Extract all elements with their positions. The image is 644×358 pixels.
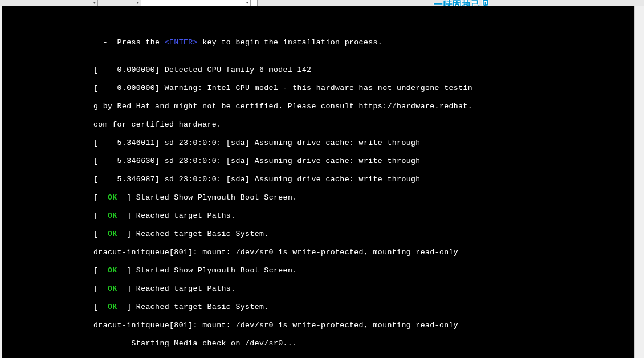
ok-status: OK <box>108 211 117 220</box>
ok-message: ] Started Show Plymouth Boot Screen. <box>117 193 297 202</box>
vertical-scrollbar[interactable] <box>634 6 644 358</box>
toolbar-segment <box>141 0 148 6</box>
ok-bracket-pre: [ <box>93 211 108 220</box>
boot-log-line: dracut-initqueue[801]: mount: /dev/sr0 i… <box>93 321 634 330</box>
boot-status-ok-line: [ OK ] Reached target Basic System. <box>93 303 634 312</box>
boot-log-line: Starting Media check on /dev/sr0... <box>93 339 634 348</box>
ok-message: ] Reached target Basic System. <box>117 230 269 238</box>
ok-status: OK <box>108 284 117 293</box>
boot-status-ok-line: [ OK ] Started Show Plymouth Boot Screen… <box>93 193 634 202</box>
enter-key-label: <ENTER> <box>165 38 198 47</box>
press-text-suffix: key to begin the installation process. <box>198 38 382 47</box>
press-text: - Press the <box>93 38 165 47</box>
ok-bracket-pre: [ <box>93 193 108 202</box>
boot-log-line: [ 0.000000] Detected CPU family 6 model … <box>93 66 634 75</box>
toolbar-segment <box>0 0 28 6</box>
ok-status: OK <box>108 193 117 202</box>
ok-status: OK <box>108 230 117 238</box>
toolbar-segment <box>251 0 258 6</box>
boot-status-ok-line: [ OK ] Reached target Paths. <box>93 284 634 294</box>
terminal-screen: - Press the <ENTER> key to begin the ins… <box>2 6 634 358</box>
chevron-down-icon: ▼ <box>93 1 96 5</box>
boot-status-ok-line: [ OK ] Started Show Plymouth Boot Screen… <box>93 266 634 275</box>
ok-message: ] Reached target Basic System. <box>117 303 269 311</box>
ok-message: ] Reached target Paths. <box>117 211 236 220</box>
ok-bracket-pre: [ <box>93 303 108 311</box>
ok-bracket-pre: [ <box>93 230 108 238</box>
boot-press-enter-line: - Press the <ENTER> key to begin the ins… <box>93 38 634 47</box>
ok-status: OK <box>108 303 117 311</box>
toolbar-dropdown[interactable]: ▼ <box>43 0 98 6</box>
window-top-toolbar: ▼ ▼ ▼ 一味固执己见 <box>0 0 644 6</box>
chevron-down-icon: ▼ <box>246 1 248 5</box>
boot-log-line: [ 0.000000] Warning: Intel CPU model - t… <box>93 84 634 93</box>
toolbar-dropdown[interactable]: ▼ <box>148 0 251 6</box>
ok-message: ] Reached target Paths. <box>117 284 236 293</box>
ok-bracket-pre: [ <box>93 266 108 275</box>
boot-log-line: [ 5.346987] sd 23:0:0:0: [sda] Assuming … <box>93 175 634 184</box>
boot-log-line: g by Red Hat and might not be certified.… <box>93 102 634 111</box>
ok-status: OK <box>108 266 117 275</box>
boot-log-line: [ 5.346011] sd 23:0:0:0: [sda] Assuming … <box>93 139 634 148</box>
boot-log-line: com for certified hardware. <box>93 120 634 129</box>
boot-log-line: dracut-initqueue[801]: mount: /dev/sr0 i… <box>93 248 634 257</box>
toolbar-segment <box>28 0 43 6</box>
boot-status-ok-line: [ OK ] Reached target Paths. <box>93 211 634 221</box>
toolbar-dropdown[interactable]: ▼ <box>98 0 141 6</box>
chevron-down-icon: ▼ <box>137 1 139 5</box>
ok-message: ] Started Show Plymouth Boot Screen. <box>117 266 297 275</box>
boot-log-line: [ 5.346630] sd 23:0:0:0: [sda] Assuming … <box>93 157 634 166</box>
boot-status-ok-line: [ OK ] Reached target Basic System. <box>93 230 634 239</box>
ok-bracket-pre: [ <box>93 284 108 293</box>
